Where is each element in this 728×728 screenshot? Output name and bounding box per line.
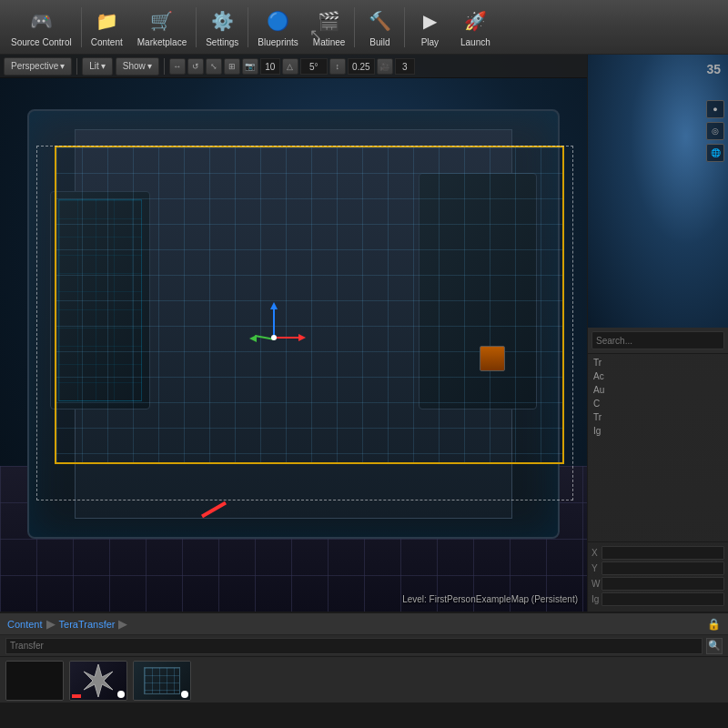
shuriken-red-badge [72, 694, 81, 698]
asset-thumb-blank[interactable] [5, 661, 64, 701]
viewport[interactable]: Perspective ▾ Lit ▾ Show ▾ ↔ ↺ ⤡ ⊞ 📷 10 … [0, 55, 587, 612]
bottom-area: Content ▶ TeraTransfer ▶ 🔒 🔍 [0, 612, 728, 703]
content-icon: 📁 [92, 7, 121, 35]
toolbar-settings-label: Settings [206, 37, 238, 47]
toolbar-settings[interactable]: ⚙️ Settings [198, 4, 246, 51]
rp-list-item-tr2[interactable]: Tr [588, 410, 728, 424]
vp-snap-icon[interactable]: ⊞ [224, 58, 240, 75]
rp-field-ig-label: Ig [592, 594, 602, 604]
toolbar-build[interactable]: 🔨 Build [357, 4, 402, 51]
perspective-button[interactable]: Perspective ▾ [4, 57, 72, 76]
source-control-icon: 🎮 [26, 7, 56, 35]
viewport-toolbar: Perspective ▾ Lit ▾ Show ▾ ↔ ↺ ⤡ ⊞ 📷 10 … [0, 55, 587, 78]
vp-camera-icon[interactable]: 📷 [242, 58, 258, 75]
asset-grid: ↖ [0, 657, 728, 704]
asset-thumb-grid[interactable] [133, 661, 191, 701]
level-text: Level: FirstPersonExampleMap (Persistent… [402, 594, 578, 604]
viewport-canvas: Level: FirstPersonExampleMap (Persistent… [0, 55, 587, 612]
rp-field-y-input[interactable] [602, 561, 724, 575]
toolbar-blueprints-label: Blueprints [258, 37, 298, 47]
toolbar-build-label: Build [369, 37, 389, 47]
rp-field-w: W [592, 577, 724, 591]
vp-cam-number: 3 [395, 58, 415, 75]
vp-rotate-icon[interactable]: ↺ [187, 58, 204, 75]
matinee-icon: 🎬 [315, 7, 344, 35]
toolbar-launch-label: Launch [460, 37, 490, 47]
vp-sep-1 [76, 58, 77, 75]
breadcrumb-sep-2: ▶ [118, 617, 127, 631]
rp-field-w-label: W [592, 579, 602, 589]
gizmo-z-arrowhead [249, 335, 257, 342]
toolbar-blueprints[interactable]: 🔵 Blueprints [250, 4, 305, 51]
breadcrumb-sep-1: ▶ [46, 617, 56, 631]
transform-gizmo[interactable] [237, 300, 309, 373]
show-button[interactable]: Show ▾ [116, 57, 159, 76]
right-panel: 35 ● ◎ 🌐 Tr Ac Au C Tr Ig X Y [587, 55, 728, 612]
rp-list-item-tr[interactable]: Tr [588, 356, 728, 369]
gizmo-y-arrowhead [270, 302, 278, 309]
right-panel-fields: X Y W Ig [588, 541, 728, 612]
toolbar-separator-4 [354, 7, 355, 47]
vp-cam2-icon[interactable]: 🎥 [377, 58, 393, 75]
toolbar-separator-1 [81, 7, 82, 47]
main-toolbar: 🎮 Source Control 📁 Content 🛒 Marketplace… [0, 0, 728, 55]
rp-field-ig: Ig [592, 592, 724, 606]
marketplace-icon: 🛒 [147, 7, 177, 35]
rp-btn-3[interactable]: 🌐 [706, 144, 724, 162]
play-icon: ▶ [415, 7, 444, 35]
breadcrumb-content[interactable]: Content [7, 619, 43, 630]
asset-grid-inner [144, 667, 180, 694]
toolbar-separator-2 [196, 7, 197, 47]
rp-list-item-c[interactable]: C [588, 397, 728, 410]
vp-transform-icon[interactable]: ↔ [169, 58, 186, 75]
rp-field-x: X [592, 546, 724, 560]
selection-grid-overlay [55, 146, 564, 464]
rp-field-w-input[interactable] [602, 577, 724, 591]
shuriken-white-badge [117, 691, 125, 698]
launch-icon: 🚀 [460, 7, 490, 35]
rp-field-x-input[interactable] [602, 546, 724, 560]
vp-angle-icon[interactable]: △ [282, 58, 298, 75]
gizmo-center [271, 335, 277, 340]
vp-scale-icon[interactable]: ⤡ [206, 58, 222, 75]
rp-list-item-ig[interactable]: Ig [588, 424, 728, 438]
toolbar-content-label: Content [91, 37, 123, 47]
svg-marker-0 [84, 664, 113, 697]
bottom-breadcrumb: Content ▶ TeraTransfer ▶ 🔒 [0, 613, 728, 635]
right-panel-gradient [588, 55, 728, 328]
asset-search-bar: 🔍 [0, 635, 728, 657]
perspective-label: Perspective [11, 61, 58, 71]
rp-btn-1[interactable]: ● [706, 100, 724, 118]
toolbar-marketplace[interactable]: 🛒 Marketplace [130, 4, 194, 51]
toolbar-matinee[interactable]: 🎬 Matinee [306, 4, 353, 51]
asset-thumb-shuriken[interactable] [69, 661, 127, 701]
rp-field-ig-input[interactable] [602, 592, 724, 606]
scene-orange-button[interactable] [480, 346, 505, 371]
toolbar-content[interactable]: 📁 Content [84, 4, 130, 51]
lit-chevron: ▾ [101, 61, 106, 71]
toolbar-source-control[interactable]: 🎮 Source Control [4, 4, 79, 51]
lit-label: Lit [89, 61, 99, 71]
vp-scale2-icon[interactable]: ↕ [329, 58, 346, 75]
toolbar-separator-5 [404, 7, 405, 47]
toolbar-marketplace-label: Marketplace [137, 37, 187, 47]
toolbar-play-label: Play [421, 37, 439, 47]
breadcrumb-teratransfer[interactable]: TeraTransfer [59, 619, 116, 630]
toolbar-play[interactable]: ▶ Play [407, 4, 452, 51]
lock-icon[interactable]: 🔒 [707, 618, 721, 631]
rp-list-item-au[interactable]: Au [588, 383, 728, 397]
perspective-chevron: ▾ [60, 61, 65, 71]
rp-list-item-ac[interactable]: Ac [588, 369, 728, 383]
asset-blank-bg [6, 662, 63, 700]
asset-search-button[interactable]: 🔍 [706, 638, 723, 654]
right-panel-preview: 35 ● ◎ 🌐 [588, 55, 728, 328]
rp-btn-2[interactable]: ◎ [706, 122, 724, 140]
shuriken-svg [80, 662, 116, 699]
lit-button[interactable]: Lit ▾ [82, 57, 113, 76]
toolbar-separator-3 [248, 7, 248, 47]
right-panel-search-input[interactable] [592, 331, 724, 349]
asset-search-input[interactable] [5, 638, 703, 654]
right-panel-list: Tr Ac Au C Tr Ig [588, 354, 728, 541]
vp-grid-number: 10 [260, 58, 280, 75]
toolbar-launch[interactable]: 🚀 Launch [452, 4, 498, 51]
